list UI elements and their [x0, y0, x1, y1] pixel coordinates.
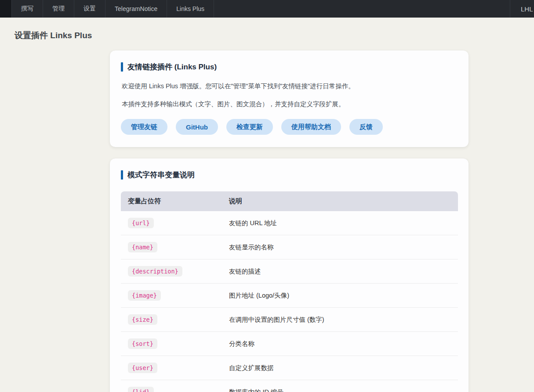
intro-action-button-2[interactable]: GitHub	[176, 119, 218, 135]
header-cell-placeholder: 变量占位符	[121, 197, 229, 205]
table-row: {image} 图片地址 (Logo/头像)	[121, 284, 458, 308]
table-row: {sort} 分类名称	[121, 332, 458, 356]
placeholder-code-chip: {user}	[128, 363, 157, 373]
variables-card-heading: 模式字符串变量说明	[121, 170, 458, 180]
header-cell-description: 说明	[229, 197, 458, 205]
navbar-menu-item-label: 设置	[84, 5, 96, 13]
variables-table-header: 变量占位符 说明	[121, 191, 458, 211]
table-row: {size} 在调用中设置的图片尺寸值 (数字)	[121, 308, 458, 332]
placeholder-description: 自定义扩展数据	[229, 364, 458, 372]
intro-action-button-1[interactable]: 管理友链	[121, 119, 167, 135]
placeholder-description: 在调用中设置的图片尺寸值 (数字)	[229, 316, 458, 324]
table-row: {user} 自定义扩展数据	[121, 356, 458, 380]
placeholder-code-chip: {description}	[128, 266, 182, 277]
variables-card: 模式字符串变量说明 变量占位符 说明 {url} 友链的 URL 地址 {nam…	[110, 158, 469, 392]
navbar-menu-item-4[interactable]: TelegramNotice	[105, 0, 167, 18]
navbar-spacer	[214, 0, 510, 18]
navbar-menu-item-label: 撰写	[21, 5, 33, 13]
navbar-menu-item-1[interactable]: 撰写	[11, 0, 43, 18]
placeholder-code-chip: {lid}	[128, 387, 154, 392]
navbar-menu: 撰写 管理 设置 TelegramNotice Links Plus	[11, 0, 214, 18]
table-row: {url} 友链的 URL 地址	[121, 211, 458, 235]
intro-action-button-5[interactable]: 反馈	[349, 119, 383, 135]
navbar-user-label: LHL	[521, 5, 533, 13]
table-row: {description} 友链的描述	[121, 259, 458, 284]
intro-card-heading: 友情链接插件 (Links Plus)	[121, 62, 458, 72]
placeholder-code-chip: {sort}	[128, 338, 157, 349]
placeholder-description: 友链的描述	[229, 267, 458, 276]
placeholder-description: 数据库内的 ID 编号	[229, 388, 458, 392]
placeholder-code-chip: {url}	[128, 218, 154, 228]
placeholder-description: 友链的 URL 地址	[229, 219, 458, 227]
placeholder-description: 图片地址 (Logo/头像)	[229, 291, 458, 300]
table-row: {name} 友链显示的名称	[121, 235, 458, 259]
navbar-user-link[interactable]: LHL	[510, 0, 534, 18]
navbar-menu-item-label: TelegramNotice	[115, 5, 157, 12]
navbar-menu-item-2[interactable]: 管理	[43, 0, 74, 18]
intro-paragraph-2: 本插件支持多种输出模式（文字、图片、图文混合），并支持自定义字段扩展。	[122, 101, 458, 108]
page-title: 设置插件 Links Plus	[15, 30, 534, 41]
navbar-menu-item-5[interactable]: Links Plus	[167, 0, 214, 18]
navbar-left-edge	[0, 0, 11, 18]
variables-table-body: {url} 友链的 URL 地址 {name} 友链显示的名称 {descrip…	[121, 211, 458, 392]
navbar-menu-item-label: Links Plus	[176, 5, 204, 12]
variables-card-title: 模式字符串变量说明	[127, 170, 195, 180]
intro-card-title: 友情链接插件 (Links Plus)	[127, 62, 217, 72]
placeholder-description: 分类名称	[229, 340, 458, 348]
navbar-menu-item-3[interactable]: 设置	[74, 0, 105, 18]
placeholder-code-chip: {name}	[128, 242, 157, 252]
placeholder-code-chip: {size}	[128, 314, 157, 325]
placeholder-description: 友链显示的名称	[229, 243, 458, 252]
table-row: {lid} 数据库内的 ID 编号	[121, 380, 458, 392]
placeholder-code-chip: {image}	[128, 290, 161, 301]
intro-card: 友情链接插件 (Links Plus) 欢迎使用 Links Plus 增强版。…	[110, 50, 469, 147]
top-navbar: 撰写 管理 设置 TelegramNotice Links Plus LHL	[0, 0, 534, 18]
navbar-menu-item-label: 管理	[52, 5, 65, 13]
accent-bar-icon	[121, 170, 123, 180]
intro-action-button-4[interactable]: 使用帮助文档	[281, 119, 341, 135]
intro-button-row: 管理友链 GitHub 检查更新 使用帮助文档 反馈	[121, 119, 458, 135]
accent-bar-icon	[121, 62, 123, 72]
intro-paragraph-1: 欢迎使用 Links Plus 增强版。您可以在"管理"菜单下找到"友情链接"进…	[122, 83, 458, 90]
intro-action-button-3[interactable]: 检查更新	[226, 119, 273, 135]
variables-table: 变量占位符 说明 {url} 友链的 URL 地址 {name} 友链显示的名称…	[121, 191, 458, 392]
